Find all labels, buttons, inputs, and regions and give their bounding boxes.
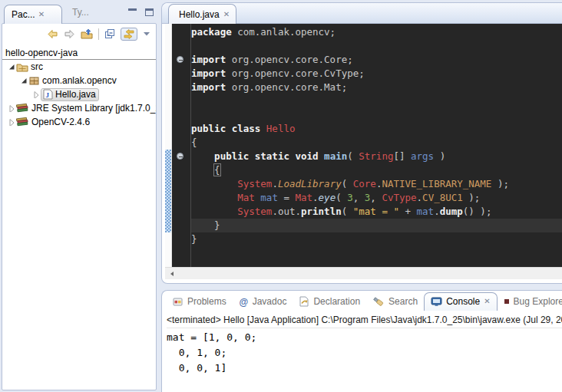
console-process-label: <terminated> Hello [Java Application] C:… xyxy=(167,315,562,328)
code-token: ); xyxy=(463,192,481,203)
code-token xyxy=(191,206,237,217)
project-tree[interactable]: hello-opencv-javasrccom.anlak.opencvJHel… xyxy=(2,44,156,129)
tab-console[interactable]: Console✕ xyxy=(424,292,497,311)
code-editor[interactable]: package com.anlak.opencv;import org.open… xyxy=(191,24,562,267)
view-menu-button[interactable] xyxy=(143,31,150,37)
code-token: args xyxy=(411,150,434,162)
console-view: <terminated> Hello [Java Application] C:… xyxy=(162,315,562,392)
tree-item-label: hello-opencv-java xyxy=(5,48,78,58)
tab-bug-explorer[interactable]: Bug Explorer xyxy=(498,293,562,311)
fold-collapse-icon[interactable] xyxy=(177,56,183,63)
tree-item-src[interactable]: src xyxy=(2,60,156,74)
console-output-line: mat = [1, 0, 0; xyxy=(167,330,562,345)
code-line: import org.opencv.core.Core; xyxy=(191,53,562,67)
code-token: org.opencv.core.CvType; xyxy=(226,68,365,79)
tab-label: Javadoc xyxy=(253,296,287,307)
fold-collapse-icon[interactable] xyxy=(177,153,183,160)
code-token: ); xyxy=(491,178,509,189)
code-token: import xyxy=(191,81,226,93)
expand-arrow-icon[interactable] xyxy=(7,104,16,112)
tab-package-explorer[interactable]: Pac... ✕ xyxy=(4,5,62,24)
tree-item-hello-java[interactable]: JHello.java xyxy=(2,87,156,101)
tab-declaration[interactable]: Declaration xyxy=(293,293,366,311)
console-icon xyxy=(431,297,442,307)
code-line: public class Hello xyxy=(191,122,562,136)
code-token xyxy=(191,178,237,189)
problems-icon xyxy=(173,297,183,307)
console-panel: Problems@JavadocDeclarationSearchConsole… xyxy=(161,290,562,392)
collapse-arrow-icon[interactable] xyxy=(7,63,16,71)
code-token: { xyxy=(191,137,197,148)
code-token: System xyxy=(237,206,272,217)
code-token: ( xyxy=(336,192,347,203)
code-token: Mat xyxy=(237,192,255,203)
tree-item-com-anlak-opencv[interactable]: com.anlak.opencv xyxy=(2,74,156,87)
tab-label: Console xyxy=(446,296,480,307)
tree-item-hello-opencv-java[interactable]: hello-opencv-java xyxy=(2,46,156,60)
tab-label: Declaration xyxy=(313,296,360,307)
code-token: LoadLibrary xyxy=(278,178,342,189)
svg-text:@: @ xyxy=(239,297,248,307)
annotation-ruler[interactable] xyxy=(165,24,172,267)
code-token: public static void xyxy=(214,150,324,162)
tab-javadoc[interactable]: @Javadoc xyxy=(233,293,293,311)
code-token: , xyxy=(353,192,365,203)
code-line: public static void main( String[] args ) xyxy=(191,150,562,163)
tree-item-label: Hello.java xyxy=(55,89,96,100)
code-token: } xyxy=(191,233,197,245)
view-minmax-controls xyxy=(128,8,154,16)
selected-item-highlight: JHello.java xyxy=(41,88,99,101)
tab-label: Bug Explorer xyxy=(514,296,562,307)
code-token: ( xyxy=(342,178,353,189)
code-token: . xyxy=(272,178,278,189)
java-file-icon: J xyxy=(43,89,53,100)
folding-gutter[interactable] xyxy=(172,24,190,267)
horizontal-scrollbar[interactable] xyxy=(165,267,562,279)
editor-content: package com.anlak.opencv;import org.open… xyxy=(162,24,562,267)
back-button[interactable] xyxy=(47,29,58,39)
package-explorer-panel: Pac... ✕ Ty... hello-opencv-javasrccom.a… xyxy=(2,3,157,390)
scroll-left-arrow-icon[interactable] xyxy=(169,271,175,277)
tab-hello-java[interactable]: Hello.java ✕ xyxy=(168,4,236,24)
code-token: = xyxy=(278,192,296,203)
tab-label: Search xyxy=(388,296,418,307)
console-output: mat = [1, 0, 0; 0, 1, 0; 0, 0, 1] xyxy=(167,330,562,376)
up-icon xyxy=(81,28,93,39)
close-icon[interactable]: ✕ xyxy=(484,298,490,305)
code-token: import xyxy=(191,54,226,65)
expand-arrow-icon[interactable] xyxy=(31,91,41,98)
code-line: Mat mat = Mat.eye( 3, 3, CvType.CV_8UC1 … xyxy=(191,191,562,205)
collapse-all-icon xyxy=(104,28,115,39)
link-with-editor-button[interactable] xyxy=(121,28,137,41)
code-token: { xyxy=(214,164,220,176)
src-folder-icon xyxy=(16,62,28,72)
expand-arrow-icon[interactable] xyxy=(7,118,16,126)
code-token: println xyxy=(301,206,342,217)
code-line: } xyxy=(191,232,562,246)
code-token: . xyxy=(295,206,301,217)
close-icon[interactable]: ✕ xyxy=(38,11,45,18)
tab-type-hierarchy[interactable]: Ty... xyxy=(69,7,89,18)
search-icon xyxy=(372,296,385,307)
tree-item-label: com.anlak.opencv xyxy=(42,75,117,86)
tree-item-opencv-2-4-6[interactable]: OpenCV-2.4.6 xyxy=(2,115,156,129)
collapse-all-button[interactable] xyxy=(104,28,115,39)
minimize-icon[interactable] xyxy=(128,8,137,16)
tab-search[interactable]: Search xyxy=(366,293,424,311)
tab-problems[interactable]: Problems xyxy=(167,293,233,311)
code-token: Core xyxy=(353,178,376,189)
tab-label: Problems xyxy=(187,296,226,307)
package-explorer-tabbar: Pac... ✕ Ty... xyxy=(2,3,157,23)
code-token: . xyxy=(434,206,440,217)
collapse-arrow-icon[interactable] xyxy=(19,77,28,84)
editor-tab-label: Hello.java xyxy=(179,9,220,20)
code-token: () ); xyxy=(463,206,492,217)
forward-button[interactable] xyxy=(64,29,75,39)
maximize-icon[interactable] xyxy=(145,8,154,16)
close-icon[interactable]: ✕ xyxy=(223,11,230,18)
code-token: org.opencv.core.Mat; xyxy=(226,81,347,93)
up-button[interactable] xyxy=(81,28,93,39)
code-token xyxy=(191,164,214,176)
code-line: System.LoadLibrary( Core.NATIVE_LIBRARY_… xyxy=(191,177,562,191)
tree-item-jre-system-library-jdk1-7-0-25[interactable]: JRE System Library [jdk1.7.0_25] xyxy=(2,101,156,115)
